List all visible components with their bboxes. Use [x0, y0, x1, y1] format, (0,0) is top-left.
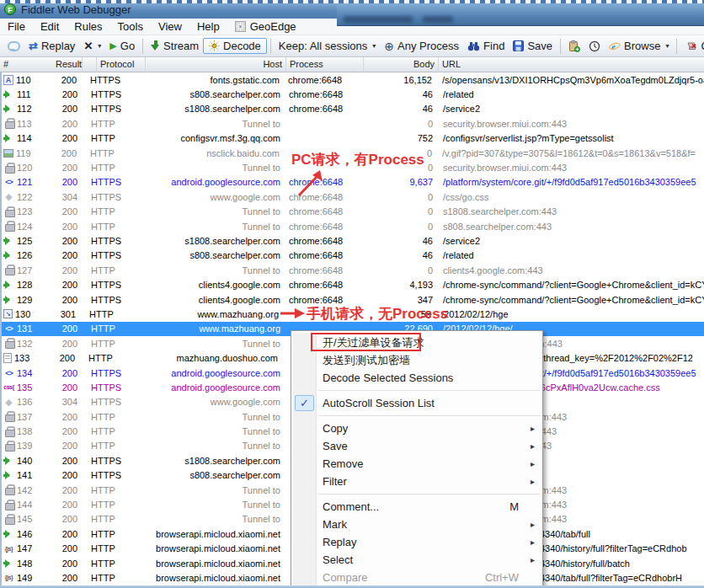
context-menu-item-decode-selected-sessions[interactable]: Decode Selected Sessions [291, 369, 542, 387]
save-button[interactable]: Save [509, 38, 557, 54]
decode-toggle-button[interactable]: Decode [203, 38, 267, 54]
session-number: 132 [17, 339, 49, 349]
session-number: 135 [17, 382, 49, 393]
session-row-123[interactable]: 123200HTTPTunnel tochrome:66480s1808.sea… [0, 205, 704, 219]
checkmark-icon: ✓ [295, 395, 314, 411]
column-header-host[interactable]: Host [146, 57, 286, 72]
session-row-110[interactable]: A110200HTTPSfonts.gstatic.comchrome:6648… [0, 72, 704, 87]
context-menu-item-mark[interactable]: Mark▸ [291, 516, 542, 533]
context-menu-item-toggle-filter-single-device[interactable]: 开/关过滤单设备请求 [291, 334, 542, 351]
clock-icon [589, 40, 600, 52]
context-menu-item-label: AutoScroll Session List [323, 397, 435, 409]
session-number: 134 [17, 368, 49, 378]
clear-cache-button[interactable]: Clear [680, 38, 704, 54]
session-result: 304 [49, 397, 83, 407]
go-button[interactable]: ▶ Go [105, 38, 139, 54]
session-number: 121 [17, 177, 49, 187]
context-menu-item-send-to-test-encryption-wall[interactable]: 发送到测试加密墙 [291, 351, 542, 369]
stream-button[interactable]: Stream [147, 38, 203, 54]
context-menu-item-filter[interactable]: Filter▸ [291, 473, 542, 490]
clipboard-add-icon [568, 40, 580, 52]
context-menu-separator [291, 387, 542, 394]
red-highlight-box [311, 333, 421, 351]
menu-rules[interactable]: Rules [67, 19, 109, 35]
session-row-114[interactable]: 114200HTTPconfigsvr.msf.3g.qq.com752/con… [0, 131, 704, 146]
any-process-button[interactable]: ⊕ Any Process [380, 38, 463, 55]
session-host: android.googlesource.com [140, 177, 280, 187]
session-row-122[interactable]: ◆122304HTTPSwww.google.comchrome:66480/c… [0, 190, 704, 204]
session-number: 149 [17, 573, 49, 583]
column-header-process[interactable]: Process [286, 57, 364, 72]
keep-sessions-dropdown[interactable]: Keep: All sessions ▾ [275, 38, 381, 54]
not-modified-icon: ◆ [3, 397, 14, 408]
session-row-111[interactable]: 111200HTTPSs808.searchelper.comchrome:66… [0, 87, 704, 101]
session-process: chrome:6648 [289, 280, 358, 290]
session-result: 200 [49, 456, 83, 466]
remove-x-icon: ✕ [83, 40, 93, 52]
session-row-121[interactable]: <>121200HTTPSandroid.googlesource.comchr… [0, 175, 704, 190]
session-row-125[interactable]: 125200HTTPSs1808.searchelper.comchrome:6… [0, 233, 704, 248]
session-body: 4,193 [358, 280, 433, 290]
column-header-url[interactable]: URL [439, 57, 704, 72]
session-url: s808.searchelper.com:443 [443, 222, 704, 232]
session-row-126[interactable]: 126200HTTPSs808.searchelper.comchrome:66… [0, 249, 704, 263]
column-header-result[interactable]: Result [52, 57, 84, 72]
session-protocol: HTTP [91, 529, 140, 539]
redacted-text-blob [344, 16, 413, 23]
session-result: 200 [49, 250, 83, 260]
session-process: chrome:6648 [289, 89, 358, 99]
menu-geoedge[interactable]: GeoEdge [227, 20, 304, 33]
annotation-pc-request: PC请求，有Process [291, 150, 424, 169]
session-host: configsvr.msf.3g.qq.com [140, 133, 280, 143]
session-row-113[interactable]: 113200HTTPTunnel to0security.browser.miu… [0, 116, 704, 131]
session-number: 113 [17, 119, 49, 129]
session-process: chrome:6648 [289, 236, 358, 246]
column-header-body[interactable]: Body [364, 57, 439, 72]
submenu-arrow-icon: ▸ [531, 473, 535, 490]
session-host: nsclick.baidu.com [139, 148, 280, 158]
browse-button[interactable]: e Browse ▾ [605, 38, 673, 54]
session-row-124[interactable]: 124200HTTPTunnel tochrome:66480s808.sear… [0, 219, 704, 233]
menu-help[interactable]: Help [189, 19, 227, 35]
menu-file[interactable]: File [0, 19, 33, 35]
session-protocol: HTTP [91, 133, 140, 143]
session-url: /2012/02/12/hge [441, 309, 704, 319]
context-menu-item-copy[interactable]: Copy▸ [291, 420, 542, 437]
session-result: 200 [49, 382, 83, 393]
find-button[interactable]: Find [463, 38, 509, 54]
session-body: 752 [358, 133, 433, 143]
session-row-112[interactable]: 112200HTTPSs1808.searchelper.comchrome:6… [0, 102, 704, 116]
remove-sessions-button[interactable]: ✕▾ [79, 38, 105, 54]
menu-view[interactable]: View [151, 19, 189, 35]
request-sent-icon [3, 280, 14, 291]
comment-bubble-button[interactable] [3, 40, 24, 53]
context-menu-item-save[interactable]: Save▸ [291, 437, 542, 455]
context-menu-item-autoscroll-session-list[interactable]: ✓AutoScroll Session List [291, 394, 542, 412]
session-protocol: HTTPS [91, 250, 140, 260]
context-menu-item-comment[interactable]: Comment...M [291, 498, 542, 516]
session-url: /service2 [443, 104, 704, 114]
context-menu-item-remove[interactable]: Remove▸ [291, 455, 542, 473]
session-host: s808.searchelper.com [140, 250, 280, 260]
json-icon: {js} [3, 543, 14, 554]
session-process: chrome:6648 [289, 250, 358, 260]
session-row-128[interactable]: 128200HTTPSclients4.google.comchrome:664… [0, 277, 704, 291]
context-menu-item-select[interactable]: Select▸ [291, 551, 542, 569]
screenshot-button[interactable] [564, 39, 584, 54]
session-url: /css/go.css [443, 192, 704, 202]
window-left-border [0, 72, 2, 588]
menu-tools[interactable]: Tools [110, 19, 151, 35]
timer-button[interactable] [584, 39, 605, 54]
menu-geoedge-label: GeoEdge [250, 20, 296, 33]
session-result: 200 [49, 177, 83, 187]
session-row-127[interactable]: 127200HTTPTunnel tochrome:66480clients4.… [0, 263, 704, 277]
window-title: Fiddler Web Debugger [21, 3, 131, 16]
context-menu-item-replay[interactable]: Replay▸ [291, 533, 542, 551]
column-header-protocol[interactable]: Protocol [97, 57, 146, 72]
menu-edit[interactable]: Edit [33, 19, 67, 35]
selection-marquee [0, 0, 704, 3]
request-sent-icon [3, 558, 14, 569]
annotation-mobile-request: 手机请求，无Process [307, 304, 448, 323]
session-protocol: HTTP [91, 339, 140, 349]
replay-button[interactable]: ⇄ Replay [24, 38, 79, 54]
